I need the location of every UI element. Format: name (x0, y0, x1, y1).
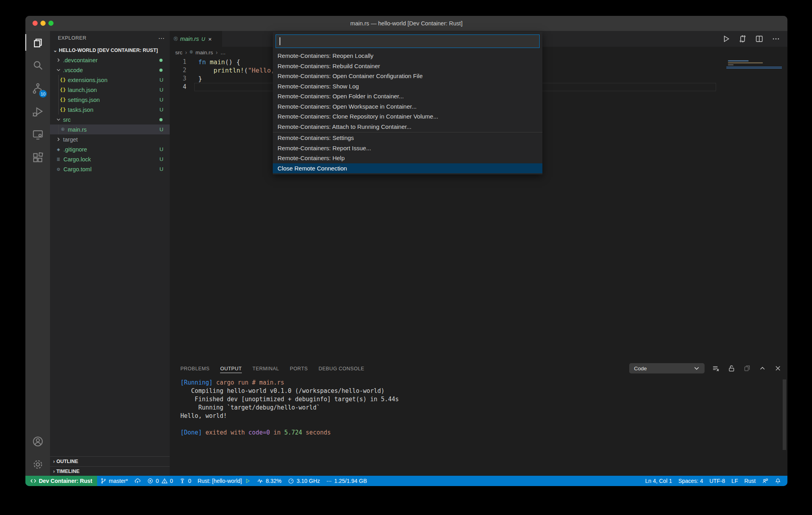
close-panel-icon[interactable] (774, 364, 782, 372)
activity-source-control[interactable]: 10 (25, 77, 50, 100)
more-actions-icon[interactable] (772, 34, 780, 43)
run-or-debug-icon[interactable] (738, 34, 747, 43)
vscode-window: main.rs — hello-world [Dev Container: Ru… (25, 16, 787, 486)
breadcrumb-separator: › (216, 49, 218, 56)
json-file-icon: {} (59, 77, 67, 83)
activity-remote-explorer[interactable] (25, 123, 50, 146)
breadcrumb-item[interactable]: main.rs (195, 50, 213, 56)
git-status-badge: U (159, 107, 163, 113)
panel-tab-debug-console[interactable]: DEBUG CONSOLE (318, 362, 364, 374)
remote-explorer-icon (32, 128, 44, 141)
command-item[interactable]: Remote-Containers: Help (273, 153, 542, 163)
tab-main-rs[interactable]: ® main.rs U × (170, 31, 222, 47)
file-label: .vscode (63, 67, 83, 73)
activity-account[interactable] (25, 430, 50, 453)
panel-tab-problems[interactable]: PROBLEMS (180, 362, 209, 374)
status-memory[interactable]: ⋯1.25/1.94 GB (323, 476, 370, 486)
status-git-branch[interactable]: master* (97, 476, 131, 486)
activity-settings[interactable] (25, 453, 50, 476)
outline-section-header[interactable]: › OUTLINE (50, 456, 170, 466)
status-cpu-usage[interactable]: 8.32% (254, 476, 285, 486)
panel-tab-output[interactable]: OUTPUT (220, 362, 241, 374)
chevron-down-icon (55, 67, 62, 73)
window-title: main.rs — hello-world [Dev Container: Ru… (350, 20, 463, 27)
status-sync[interactable] (131, 476, 144, 486)
breadcrumb-item[interactable]: src (175, 50, 182, 56)
command-item[interactable]: Remote-Containers: Attach to Running Con… (273, 122, 542, 132)
status-notifications[interactable] (772, 476, 784, 486)
activity-search[interactable] (25, 54, 50, 77)
command-item[interactable]: Remote-Containers: Open Workspace in Con… (273, 101, 542, 112)
status-encoding[interactable]: UTF-8 (706, 476, 728, 486)
workspace-section-header[interactable]: ⌄ HELLO-WORLD [DEV CONTAINER: RUST] (50, 45, 170, 55)
tree-item-tasks-json[interactable]: {}tasks.jsonU (50, 105, 170, 115)
activity-explorer[interactable] (25, 31, 50, 54)
extensions-icon (32, 151, 44, 164)
explorer-more-actions-icon[interactable]: ⋯ (158, 34, 165, 42)
status-cursor-position[interactable]: Ln 4, Col 1 (642, 476, 675, 486)
command-input[interactable] (276, 34, 540, 48)
tree-item-settings-json[interactable]: {}settings.jsonU (50, 95, 170, 105)
status-problems[interactable]: 00 (144, 476, 176, 486)
tree-item-main-rs[interactable]: ®main.rsU (50, 124, 170, 134)
minimize-window-button[interactable] (40, 21, 46, 26)
indent-guide (58, 105, 59, 115)
rust-file-icon: ® (174, 36, 178, 42)
status-eol[interactable]: LF (728, 476, 741, 486)
tree-item-src[interactable]: src (50, 115, 170, 124)
status-remote-indicator[interactable]: Dev Container: Rust (25, 476, 97, 486)
tree-item--devcontainer[interactable]: .devcontainer (50, 55, 170, 65)
command-item[interactable]: Remote-Containers: Reopen Locally (273, 51, 542, 61)
rust-file-icon: ® (59, 126, 67, 132)
bell-icon (775, 478, 781, 484)
command-item[interactable]: Remote-Containers: Report Issue... (273, 143, 542, 153)
tree-item-extensions-json[interactable]: {}extensions.jsonU (50, 75, 170, 85)
command-item[interactable]: Remote-Containers: Settings (273, 133, 542, 143)
activity-extensions[interactable] (25, 146, 50, 169)
command-item[interactable]: Remote-Containers: Show Log (273, 81, 542, 92)
indent-guide (58, 124, 59, 134)
close-tab-icon[interactable]: × (208, 36, 212, 42)
close-window-button[interactable] (33, 21, 38, 26)
output-line: Running `target/debug/hello-world` (180, 404, 787, 412)
status-feedback[interactable] (759, 476, 772, 486)
clear-output-icon[interactable] (712, 364, 720, 372)
output-line: [Done] exited with code=0 in 5.724 secon… (180, 429, 787, 437)
timeline-section-header[interactable]: › TIMELINE (50, 466, 170, 476)
errorc-icon (147, 478, 153, 484)
command-item[interactable]: Remote-Containers: Open Folder in Contai… (273, 91, 542, 101)
file-label: .devcontainer (63, 57, 98, 63)
tree-item-cargo-lock[interactable]: ≡Cargo.lockU (50, 154, 170, 164)
output-channel-select[interactable]: Code (629, 363, 705, 373)
breadcrumb-item[interactable]: … (220, 50, 226, 56)
zoom-window-button[interactable] (48, 21, 54, 26)
status-language-mode[interactable]: Rust (741, 476, 759, 486)
tree-item-launch-json[interactable]: {}launch.jsonU (50, 85, 170, 95)
line-number: 3 (170, 75, 186, 83)
maximize-panel-icon[interactable] (758, 364, 766, 372)
tree-item--vscode[interactable]: .vscode (50, 65, 170, 75)
chevron-right-icon (55, 57, 62, 63)
lock-output-icon[interactable] (728, 364, 735, 372)
panel-tab-terminal[interactable]: TERMINAL (253, 362, 279, 374)
panel-scrollbar[interactable] (783, 379, 786, 450)
tree-item--gitignore[interactable]: ◈.gitignoreU (50, 144, 170, 154)
scm-badge: 10 (39, 90, 47, 98)
status-rust-analyzer[interactable]: Rust: [hello-world] (194, 476, 254, 486)
split-editor-icon[interactable] (755, 34, 764, 43)
panel-tab-ports[interactable]: PORTS (290, 362, 308, 374)
command-item[interactable]: Remote-Containers: Open Container Config… (273, 71, 542, 81)
tree-item-target[interactable]: target (50, 134, 170, 144)
git-status-badge: U (159, 166, 163, 172)
status-cpu-freq[interactable]: 3.10 GHz (285, 476, 323, 486)
command-item[interactable]: Remote-Containers: Clone Repository in C… (273, 111, 542, 122)
open-in-editor-icon[interactable] (743, 364, 751, 372)
tree-item-cargo-toml[interactable]: ⚙Cargo.tomlU (50, 164, 170, 174)
status-indentation[interactable]: Spaces: 4 (675, 476, 706, 486)
run-code-icon[interactable] (722, 34, 730, 43)
activity-run-debug[interactable] (25, 100, 50, 123)
command-item[interactable]: Close Remote Connection (273, 163, 542, 174)
status-ports[interactable]: 0 (176, 476, 194, 486)
git-status-badge: U (159, 156, 163, 162)
command-item[interactable]: Remote-Containers: Rebuild Container (273, 61, 542, 71)
